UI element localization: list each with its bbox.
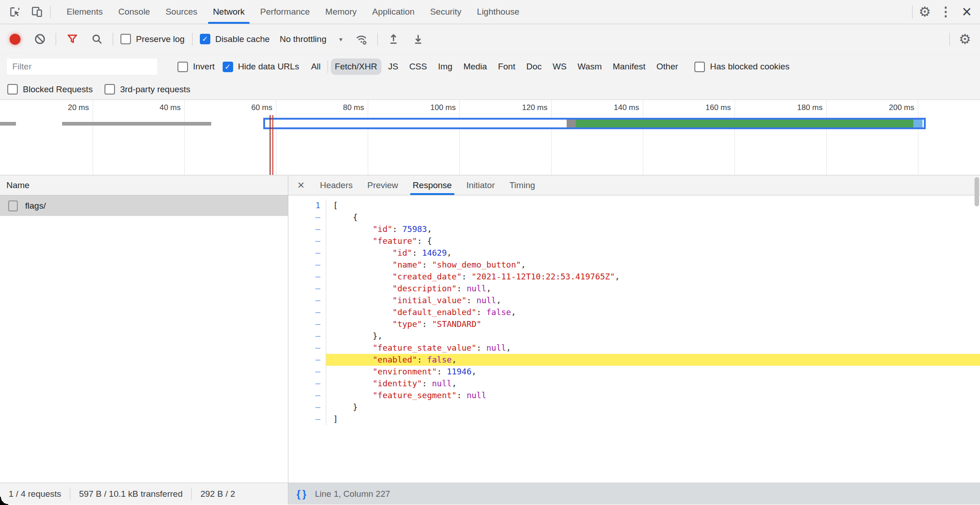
tab-performance[interactable]: Performance (252, 0, 318, 24)
line-gutter: – (288, 211, 326, 223)
line-gutter: – (288, 271, 326, 283)
token (333, 224, 373, 234)
code-line-7: – "created_date": "2021-11-12T10:22:53.4… (288, 271, 980, 283)
tab-sources[interactable]: Sources (158, 0, 205, 24)
divider (192, 33, 193, 46)
token: , (471, 367, 476, 376)
bar-phase-waiting (265, 120, 567, 127)
caret-down-icon: ▾ (339, 36, 342, 43)
request-bar[interactable] (62, 122, 211, 126)
throttling-dropdown[interactable]: No throttling ▾ (277, 34, 345, 44)
type-filter-css[interactable]: CSS (405, 58, 431, 75)
timeline-tick-label: 180 ms (754, 103, 823, 112)
tab-network[interactable]: Network (205, 0, 253, 24)
checkbox-unchecked (177, 62, 188, 72)
line-content: "description": null, (326, 283, 980, 295)
line-gutter: – (288, 413, 326, 425)
inspect-cursor-icon[interactable] (6, 3, 24, 21)
bar-phase-content-download (576, 120, 913, 127)
type-filter-img[interactable]: Img (434, 58, 457, 75)
line-gutter: – (288, 378, 326, 389)
tab-lighthouse[interactable]: Lighthouse (469, 0, 527, 24)
detail-tab-response[interactable]: Response (406, 175, 459, 195)
type-filter-other[interactable]: Other (652, 58, 683, 75)
token: "feature_segment" (373, 390, 457, 400)
blocked-requests-checkbox[interactable]: Blocked Requests (7, 84, 93, 95)
request-list: flags/ (0, 195, 288, 216)
line-content: } (326, 401, 980, 413)
code-line-16: – "identity": null, (288, 378, 980, 389)
third-party-requests-checkbox[interactable]: 3rd-party requests (104, 84, 190, 95)
detail-tab-timing[interactable]: Timing (502, 175, 542, 195)
detail-tab-preview[interactable]: Preview (360, 175, 406, 195)
network-overview-timeline[interactable]: 20 ms40 ms60 ms80 ms100 ms120 ms140 ms16… (0, 100, 980, 175)
response-body-viewer[interactable]: 1[– {– "id": 75983,– "feature": {– "id":… (288, 195, 980, 483)
device-toolbar-icon[interactable] (28, 3, 46, 21)
type-filter-font[interactable]: Font (494, 58, 519, 75)
code-line-2: – { (288, 211, 980, 223)
kebab-menu-icon[interactable]: ⋮ (937, 3, 954, 21)
bar-phase-stalled (567, 120, 576, 127)
throttling-value: No throttling (280, 34, 326, 44)
token: : (417, 355, 427, 364)
line-content: "initial_value": null, (326, 295, 980, 306)
type-filter-fetch-xhr[interactable]: Fetch/XHR (331, 58, 381, 75)
tab-memory[interactable]: Memory (318, 0, 365, 24)
blocked-requests-label: Blocked Requests (23, 84, 93, 95)
type-filter-manifest[interactable]: Manifest (609, 58, 650, 75)
type-filter-ws[interactable]: WS (548, 58, 571, 75)
disable-cache-checkbox[interactable]: ✓ Disable cache (200, 34, 270, 44)
name-column-header[interactable]: Name (0, 175, 288, 195)
main-tabbar: ElementsConsoleSourcesNetworkPerformance… (0, 0, 980, 24)
type-filter-all[interactable]: All (307, 58, 325, 75)
invert-checkbox[interactable]: Invert (177, 62, 215, 72)
request-bar[interactable] (1, 122, 16, 126)
filter-input[interactable] (6, 58, 158, 75)
clear-network-log-icon[interactable] (31, 31, 48, 48)
token: "initial_value" (392, 295, 467, 305)
request-row[interactable]: flags/ (0, 195, 288, 216)
token: : { (417, 236, 432, 246)
settings-gear-icon[interactable]: ⚙ (916, 3, 933, 21)
scrollbar-thumb[interactable] (975, 177, 979, 206)
type-filter-js[interactable]: JS (384, 58, 402, 75)
type-filter-wasm[interactable]: Wasm (573, 58, 606, 75)
export-har-icon[interactable] (410, 31, 427, 48)
timeline-tick-label: 200 ms (846, 103, 914, 112)
selected-request-bar[interactable] (263, 118, 926, 129)
close-devtools-icon[interactable]: × (958, 3, 975, 21)
preserve-log-checkbox[interactable]: Preserve log (120, 34, 185, 44)
token: : (476, 307, 486, 317)
token (333, 272, 392, 281)
close-detail-icon[interactable]: × (288, 175, 313, 195)
network-conditions-icon[interactable] (353, 31, 370, 48)
scrollbar[interactable] (974, 176, 979, 482)
tab-security[interactable]: Security (422, 0, 469, 24)
record-network-log-icon[interactable] (6, 31, 24, 48)
line-content: ] (326, 413, 980, 425)
import-har-icon[interactable] (385, 31, 402, 48)
tab-application[interactable]: Application (365, 0, 422, 24)
line-gutter: – (288, 401, 326, 413)
detail-tab-initiator[interactable]: Initiator (459, 175, 502, 195)
token: "show_demo_button" (432, 260, 521, 269)
token: false (486, 307, 511, 317)
tab-elements[interactable]: Elements (59, 0, 110, 24)
token: 11946 (447, 367, 471, 376)
status-bar: 1 / 4 requests597 B / 10.1 kB transferre… (0, 483, 980, 505)
network-settings-gear-icon[interactable]: ⚙ (956, 31, 974, 48)
filter-funnel-icon[interactable] (63, 31, 81, 48)
type-filter-media[interactable]: Media (459, 58, 491, 75)
has-blocked-cookies-checkbox[interactable]: Has blocked cookies (694, 62, 789, 72)
token: : (476, 343, 486, 352)
tab-console[interactable]: Console (110, 0, 158, 24)
hide-data-urls-checkbox[interactable]: ✓ Hide data URLs (223, 62, 299, 72)
pretty-print-icon[interactable]: { } (297, 488, 306, 500)
detail-tab-headers[interactable]: Headers (313, 175, 360, 195)
divider (912, 5, 912, 18)
type-filter-doc[interactable]: Doc (522, 58, 546, 75)
search-icon[interactable] (88, 31, 105, 48)
timeline-gridline (276, 100, 276, 175)
code-line-4: – "feature": { (288, 235, 980, 247)
code-line-3: – "id": 75983, (288, 223, 980, 235)
